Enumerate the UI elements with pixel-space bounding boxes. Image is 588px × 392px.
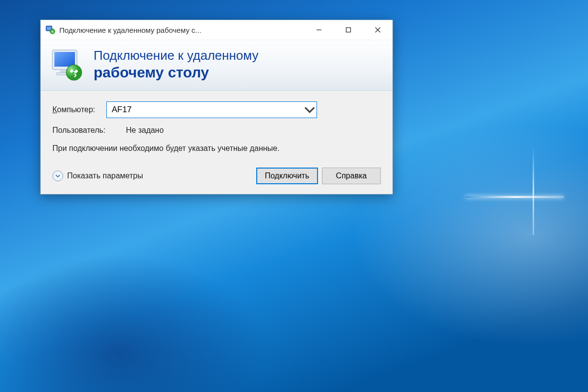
maximize-button[interactable] [334, 20, 363, 40]
rdp-large-icon [49, 47, 85, 82]
computer-label: Компьютер: [52, 105, 106, 114]
computer-combobox[interactable] [106, 101, 317, 118]
dialog-header: Подключение к удаленному рабочему столу [41, 40, 392, 91]
footer-row: Показать параметры Подключить Справка [52, 168, 381, 184]
light-effect [466, 196, 564, 198]
dialog-body: Компьютер: Пользователь: Не задано При п… [41, 91, 392, 194]
rdp-dialog: Подключение к удаленному рабочему с... [40, 20, 393, 195]
header-line2: рабочему столу [94, 64, 258, 81]
window-title: Подключение к удаленному рабочему с... [59, 26, 304, 34]
show-options-link[interactable]: Показать параметры [67, 172, 143, 180]
computer-row: Компьютер: [52, 101, 381, 118]
svg-rect-8 [54, 52, 75, 67]
chevron-down-icon[interactable] [303, 102, 317, 118]
svg-rect-1 [47, 27, 51, 30]
rdp-app-icon [46, 25, 55, 35]
computer-input[interactable] [107, 102, 303, 118]
light-effect [533, 147, 534, 235]
titlebar[interactable]: Подключение к удаленному рабочему с... [41, 20, 392, 40]
svg-point-11 [66, 65, 82, 80]
user-value: Не задано [126, 126, 164, 135]
user-row: Пользователь: Не задано [52, 126, 381, 135]
expand-chevron-icon[interactable] [52, 171, 63, 181]
header-text: Подключение к удаленному рабочему столу [94, 48, 258, 81]
window-controls [304, 20, 392, 40]
header-line1: Подключение к удаленному [94, 48, 258, 63]
credentials-hint: При подключении необходимо будет указать… [52, 143, 381, 154]
svg-rect-4 [346, 28, 351, 32]
connect-button[interactable]: Подключить [256, 168, 318, 184]
minimize-button[interactable] [304, 20, 334, 40]
close-button[interactable] [363, 20, 392, 40]
help-button[interactable]: Справка [322, 168, 381, 184]
user-label: Пользователь: [52, 126, 126, 135]
